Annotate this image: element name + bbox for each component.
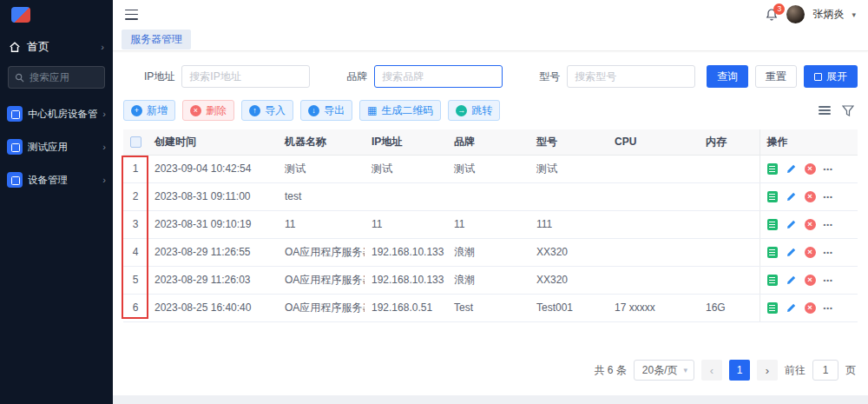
table-row[interactable]: 2 2023-08-31 09:11:00 test × ••• [123, 182, 858, 210]
delete-icon[interactable]: × [805, 219, 816, 230]
sidebar-item-test-app[interactable]: 测试应用 › [0, 130, 113, 163]
cell-ip: 192.168.10.133 [365, 266, 447, 294]
chevron-right-icon: › [101, 42, 104, 52]
delete-icon[interactable]: × [805, 247, 816, 258]
delete-icon[interactable]: × [805, 302, 816, 314]
import-button[interactable]: ↑ 导入 [241, 100, 293, 121]
notification-badge: 3 [773, 3, 785, 15]
sidebar-item-device-management[interactable]: 设备管理 › [0, 163, 113, 196]
model-filter-input[interactable] [567, 65, 695, 88]
table-row[interactable]: 6 2023-08-25 16:40:40 OA应用程序服务器 192.168.… [123, 294, 858, 321]
edit-icon[interactable] [786, 275, 797, 286]
more-icon[interactable]: ••• [824, 304, 833, 312]
page-1-button[interactable]: 1 [729, 360, 750, 381]
notification-bell-icon[interactable]: 3 [765, 8, 779, 22]
more-icon[interactable]: ••• [824, 193, 833, 201]
delete-icon[interactable]: × [805, 191, 816, 202]
edit-icon[interactable] [786, 302, 797, 314]
cell-model: Test001 [529, 294, 608, 321]
select-all-checkbox[interactable] [130, 136, 141, 148]
more-icon[interactable]: ••• [824, 248, 833, 256]
app-icon [7, 139, 23, 155]
detail-icon[interactable] [767, 163, 778, 175]
cell-name: 测试 [278, 155, 365, 182]
detail-icon[interactable] [767, 247, 778, 258]
col-model: 型号 [529, 129, 608, 155]
search-button[interactable]: 查询 [707, 65, 748, 88]
ip-filter-label: IP地址 [144, 70, 174, 84]
export-button[interactable]: ↓ 导出 [300, 100, 352, 121]
logo-bar [0, 0, 113, 30]
add-button[interactable]: + 新增 [123, 100, 175, 121]
avatar[interactable] [786, 5, 805, 23]
cell-memory [699, 238, 760, 266]
reset-button[interactable]: 重置 [755, 65, 797, 88]
cell-created: 2023-08-31 09:10:19 [148, 210, 278, 238]
table-row[interactable]: 1 2023-09-04 10:42:54 测试 测试 测试 测试 × ••• [123, 155, 858, 182]
filter-funnel-icon[interactable] [842, 105, 854, 116]
tab-server-management[interactable]: 服务器管理 [122, 30, 191, 50]
cell-name: OA应用程序服务器 [278, 238, 365, 266]
tags-view-bar: 服务器管理 [113, 29, 868, 51]
edit-icon[interactable] [786, 191, 797, 202]
ip-filter-input[interactable] [181, 65, 310, 88]
username[interactable]: 张炳炎 [812, 7, 844, 22]
sidebar-item-datacenter-devices[interactable]: 中心机房设备管理 › [0, 97, 113, 130]
cell-ip [365, 182, 447, 210]
detail-icon[interactable] [767, 302, 778, 314]
caret-down-icon[interactable]: ▾ [852, 10, 856, 19]
cross-icon: × [190, 105, 201, 116]
sidebar-item-home[interactable]: 首页 › [0, 30, 113, 64]
total-count: 共 6 条 [594, 363, 626, 378]
edit-icon[interactable] [786, 219, 797, 230]
sidebar-search-input[interactable] [30, 72, 98, 83]
jump-button[interactable]: → 跳转 [448, 100, 500, 121]
model-filter-label: 型号 [539, 70, 560, 84]
brand-filter-input[interactable] [374, 65, 503, 88]
table-row[interactable]: 4 2023-08-29 11:26:55 OA应用程序服务器 192.168.… [123, 238, 858, 266]
cell-brand: 浪潮 [447, 238, 529, 266]
edit-icon[interactable] [786, 247, 797, 258]
expand-button[interactable]: 展开 [804, 65, 858, 88]
cell-cpu [608, 210, 699, 238]
goto-page-input[interactable] [812, 360, 838, 381]
cell-brand: 测试 [447, 155, 529, 182]
sidebar-toggle-icon[interactable] [125, 10, 138, 20]
row-index: 3 [123, 210, 148, 238]
app-logo[interactable] [11, 7, 30, 23]
prev-page-button[interactable]: ‹ [701, 360, 722, 381]
cell-model: XX320 [529, 266, 608, 294]
cell-model: 111 [529, 210, 608, 238]
table-row[interactable]: 5 2023-08-29 11:26:03 OA应用程序服务器 192.168.… [123, 266, 858, 294]
delete-button[interactable]: × 删除 [182, 100, 234, 121]
search-icon [15, 73, 24, 83]
row-index: 2 [123, 182, 148, 210]
page-unit-label: 页 [845, 363, 856, 378]
main-content: IP地址 品牌 型号 查询 重置 展开 + 新增 × 删除 [113, 51, 868, 395]
delete-icon[interactable]: × [805, 275, 816, 286]
cell-memory [699, 182, 760, 210]
qrcode-icon: ▦ [367, 105, 377, 116]
page-size-select[interactable]: 20条/页 ▾ [634, 360, 694, 381]
detail-icon[interactable] [767, 191, 778, 202]
cell-memory [699, 155, 760, 182]
sidebar-item-label: 设备管理 [28, 174, 97, 187]
table-toolbar: + 新增 × 删除 ↑ 导入 ↓ 导出 ▦ 生成二维码 → 跳转 [123, 100, 858, 121]
table-row[interactable]: 3 2023-08-31 09:10:19 11 11 11 111 × ••• [123, 210, 858, 238]
more-icon[interactable]: ••• [824, 221, 833, 228]
detail-icon[interactable] [767, 275, 778, 286]
sidebar-item-label: 测试应用 [28, 141, 97, 154]
generate-qrcode-button[interactable]: ▦ 生成二维码 [359, 100, 441, 121]
filter-row: IP地址 品牌 型号 查询 重置 展开 [123, 65, 858, 88]
cell-name: OA应用程序服务器 [278, 266, 365, 294]
column-settings-icon[interactable] [819, 103, 831, 116]
more-icon[interactable]: ••• [824, 165, 833, 173]
cell-cpu [608, 238, 699, 266]
edit-icon[interactable] [786, 163, 797, 175]
detail-icon[interactable] [767, 219, 778, 230]
app-icon [7, 106, 23, 122]
next-page-button[interactable]: › [757, 360, 778, 381]
more-icon[interactable]: ••• [824, 276, 833, 284]
cell-created: 2023-08-25 16:40:40 [148, 294, 278, 321]
delete-icon[interactable]: × [805, 163, 816, 175]
